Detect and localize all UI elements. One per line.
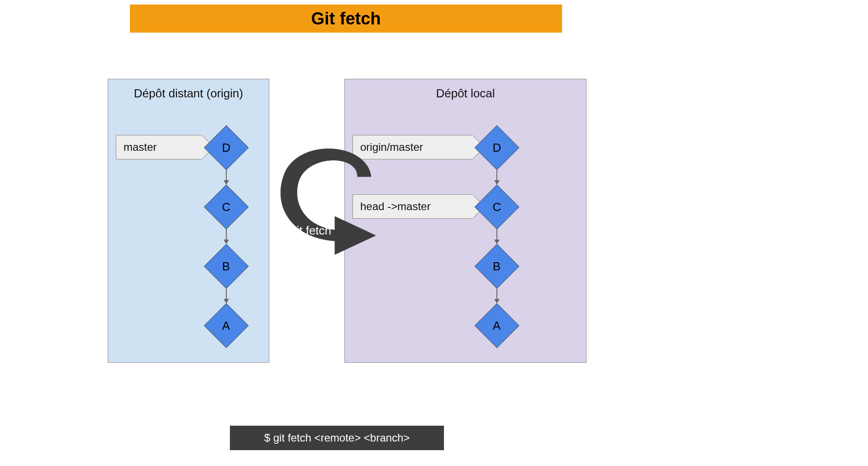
local-connector-ba	[496, 288, 497, 300]
local-arrowhead-ba	[494, 299, 500, 303]
remote-arrowhead-cb	[224, 240, 229, 244]
local-commit-a-label: A	[493, 319, 501, 333]
page-title: Git fetch	[311, 9, 381, 29]
remote-pointer-master: master	[116, 135, 202, 159]
remote-arrowhead-ba	[224, 299, 229, 303]
remote-pointer-master-label: master	[124, 141, 157, 154]
command-text: $ git fetch <remote> <branch>	[264, 432, 410, 444]
local-arrowhead-dc	[494, 180, 500, 185]
curved-arrow-icon	[267, 145, 385, 281]
local-repo-title: Dépôt local	[345, 79, 586, 101]
remote-commit-c-label: C	[222, 200, 231, 214]
remote-commit-d-label: D	[222, 141, 231, 155]
remote-repo-title: Dépôt distant (origin)	[108, 79, 269, 101]
local-connector-dc	[496, 169, 497, 181]
arrow-label: git fetch	[290, 224, 331, 238]
local-commit-b-label: B	[493, 259, 501, 274]
remote-commit-a-label: A	[222, 319, 230, 333]
local-commit-d-label: D	[493, 141, 501, 155]
remote-connector-dc	[226, 169, 227, 181]
remote-connector-ba	[226, 288, 227, 300]
local-connector-cb	[496, 229, 497, 240]
remote-connector-cb	[226, 229, 227, 240]
remote-arrowhead-dc	[224, 180, 229, 185]
command-box: $ git fetch <remote> <branch>	[230, 426, 444, 450]
local-commit-c-label: C	[493, 200, 501, 214]
local-arrowhead-cb	[494, 240, 500, 244]
remote-commit-b-label: B	[222, 259, 230, 274]
remote-repo-box: Dépôt distant (origin)	[108, 79, 269, 363]
page-title-banner: Git fetch	[130, 5, 562, 33]
